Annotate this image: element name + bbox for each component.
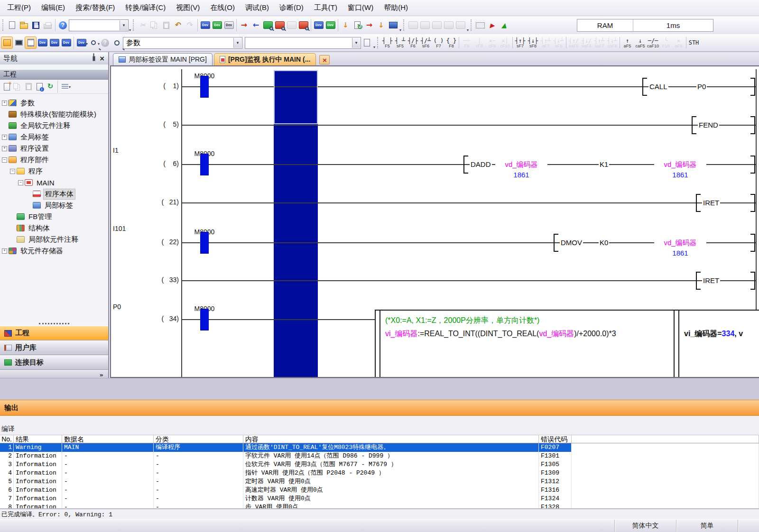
ladder-symbol-button[interactable]: ↑ aF5 bbox=[621, 35, 634, 50]
forced-off-button[interactable] bbox=[431, 19, 443, 31]
column-header-result[interactable]: 结果 bbox=[14, 435, 62, 443]
error-jump-button[interactable]: ▲ bbox=[498, 19, 510, 31]
sampling-trace-button[interactable]: → bbox=[363, 19, 375, 31]
ladder-symbol-button[interactable]: ┤↓┴ aF8 bbox=[552, 35, 565, 50]
column-header-dataname[interactable]: 数据名 bbox=[62, 435, 154, 443]
expand-toggle[interactable]: + bbox=[2, 146, 7, 151]
tree-item[interactable]: 结构体 bbox=[0, 222, 108, 234]
monitor-stop-button[interactable] bbox=[274, 19, 286, 31]
ladder-symbol-button[interactable]: ×─ cF9 bbox=[486, 35, 499, 50]
expand-toggle[interactable]: − bbox=[10, 169, 15, 174]
toolbar-overflow-button[interactable]: ▾ bbox=[399, 28, 401, 32]
workspace-switch-button[interactable]: 连接目标 bbox=[0, 355, 108, 370]
menu-item[interactable]: 视图(V) bbox=[171, 1, 205, 15]
watch-button[interactable]: Dev▾ bbox=[75, 37, 87, 49]
toolbar-overflow-button[interactable]: ▾ bbox=[373, 45, 375, 49]
ladder-symbol-button[interactable]: ┤↓/ saF6 bbox=[580, 35, 593, 50]
device-combo[interactable]: ▾ bbox=[245, 37, 361, 49]
paste-item-button[interactable] bbox=[23, 82, 34, 92]
print-button[interactable] bbox=[42, 19, 54, 31]
tab-program-monitor[interactable]: [PRG]监视 执行中 MAIN (... bbox=[214, 53, 316, 65]
ladder-symbol-button[interactable]: ↓ caF5 bbox=[634, 35, 647, 50]
device-operand[interactable]: vd_编码器 bbox=[654, 160, 706, 169]
pin-icon[interactable] bbox=[93, 56, 95, 61]
panel-splitter-band[interactable] bbox=[0, 378, 759, 400]
panel-splitter[interactable] bbox=[0, 321, 108, 326]
tree-item[interactable]: 局部软元件注释 bbox=[0, 234, 108, 245]
table-row[interactable]: 4 Information - - 指针 VAR用 使用2点（范围 P2048 … bbox=[0, 469, 759, 477]
menu-item[interactable]: 帮助(H) bbox=[379, 1, 413, 15]
tab-local-label[interactable]: 局部标签设置 MAIN [PRG] bbox=[113, 53, 213, 65]
output-title-bar[interactable]: 输出 bbox=[0, 400, 759, 416]
toolbar-grip[interactable] bbox=[133, 19, 135, 31]
ladder-symbol-button[interactable]: ── F9 bbox=[460, 35, 473, 50]
tree-item[interactable]: − MAIN bbox=[0, 177, 108, 188]
constant-operand[interactable]: K0 bbox=[599, 238, 609, 248]
refresh-button[interactable]: ↻ bbox=[45, 82, 56, 92]
paste-doc-button[interactable] bbox=[361, 37, 373, 49]
simulation-button[interactable] bbox=[474, 19, 486, 31]
toolbar-grip[interactable] bbox=[2, 19, 5, 31]
device-comment-button[interactable]: Dev bbox=[37, 37, 48, 49]
ladder-symbol-button[interactable]: ┤↓┴ saF8 bbox=[606, 35, 619, 50]
ladder-symbol-button[interactable]: ( ) F7 bbox=[432, 35, 445, 50]
new-file-button[interactable] bbox=[6, 19, 18, 31]
device-batch-button[interactable]: Dev bbox=[60, 37, 72, 49]
menu-item[interactable]: 诊断(D) bbox=[274, 1, 309, 15]
menu-item[interactable]: 搜索/替换(F) bbox=[70, 1, 120, 15]
table-row[interactable]: 3 Information - - 位软元件 VAR用 使用3点（范围 M767… bbox=[0, 460, 759, 469]
toolbar-grip[interactable] bbox=[377, 37, 380, 48]
device-find-button[interactable]: ▾ bbox=[87, 37, 99, 49]
instruction-fend[interactable]: FEND bbox=[698, 120, 719, 130]
table-row[interactable]: 6 Information - - 高速定时器 VAR用 使用0点 F1316 bbox=[0, 486, 759, 495]
instruction-dadd[interactable]: DADD bbox=[470, 160, 492, 169]
save-button[interactable] bbox=[30, 19, 42, 31]
navigation-toggle-button[interactable] bbox=[1, 37, 13, 49]
ladder-editor[interactable]: ( 1) ( 5) ( 6) ( 21) ( 22) ( 33) ( 34) I… bbox=[110, 65, 759, 378]
tree-item[interactable]: + 全局标签 bbox=[0, 131, 108, 143]
st-code-line[interactable]: vi_编码器:=REAL_TO_INT((DINT_TO_REAL(vd_编码器… bbox=[385, 329, 673, 339]
column-header-no[interactable]: No. bbox=[0, 435, 14, 443]
device-operand[interactable]: vd_编码器 bbox=[654, 238, 706, 248]
help-button[interactable] bbox=[57, 19, 69, 31]
tree-item[interactable]: − 程序部件 bbox=[0, 154, 108, 165]
quick-search-combo[interactable]: ▾ bbox=[69, 19, 129, 31]
ladder-symbol-button[interactable]: ┤↑┴ aF7 bbox=[539, 35, 552, 50]
ladder-symbol-button[interactable]: │ sF9 bbox=[473, 35, 486, 50]
chevron-down-icon[interactable]: ▾ bbox=[69, 85, 71, 89]
remote-operation-button[interactable] bbox=[387, 19, 399, 31]
column-header-errorcode[interactable]: 错误代码 bbox=[539, 435, 572, 443]
expand-toggle[interactable]: + bbox=[2, 101, 7, 106]
upload-button[interactable]: ← bbox=[250, 19, 262, 31]
menu-item[interactable]: 编辑(E) bbox=[36, 1, 70, 15]
workspace-switch-button[interactable]: 工程 bbox=[0, 326, 108, 340]
ladder-symbol-button[interactable]: ┤↑/ saF5 bbox=[567, 35, 580, 50]
write-to-plc-button[interactable]: Dev bbox=[199, 19, 211, 31]
device-memory-button[interactable]: Dev bbox=[48, 37, 60, 49]
instruction-operand[interactable]: P0 bbox=[696, 82, 707, 92]
menu-item[interactable]: 窗口(W) bbox=[342, 1, 379, 15]
menu-item[interactable]: 工程(P) bbox=[2, 1, 36, 15]
ladder-symbol-button[interactable]: └ F10 bbox=[659, 35, 672, 50]
copy-button[interactable] bbox=[148, 19, 160, 31]
workspace-switch-button[interactable]: 用户库 bbox=[0, 340, 108, 355]
menu-item[interactable]: 工具(T) bbox=[309, 1, 342, 15]
menu-item[interactable]: 转换/编译(C) bbox=[120, 1, 171, 15]
chevron-down-icon[interactable]: ▾ bbox=[352, 38, 360, 48]
contact-on-symbol[interactable] bbox=[200, 76, 209, 98]
paste-button[interactable] bbox=[160, 19, 172, 31]
ladder-symbol-button[interactable]: ┤/├ F6 bbox=[407, 35, 419, 50]
tab-close-button[interactable]: × bbox=[319, 55, 330, 64]
ladder-symbol-button[interactable]: ×│ cF10 bbox=[499, 35, 511, 50]
read-from-plc-button[interactable]: Dev bbox=[211, 19, 223, 31]
monitor-start-button[interactable] bbox=[262, 19, 274, 31]
copy-item-button[interactable] bbox=[12, 82, 23, 92]
expand-toggle[interactable]: + bbox=[2, 135, 7, 140]
contact-on-symbol[interactable] bbox=[200, 309, 209, 330]
tree-item[interactable]: FB管理 bbox=[0, 211, 108, 222]
tree-item[interactable]: 程序本体 bbox=[0, 188, 108, 200]
instruction-iret[interactable]: IRET bbox=[702, 276, 720, 285]
ladder-symbol-button[interactable]: ┤ ├ F5 bbox=[381, 35, 394, 50]
redo-button[interactable]: ↷ bbox=[184, 19, 196, 31]
menu-item[interactable]: 在线(O) bbox=[205, 1, 240, 15]
